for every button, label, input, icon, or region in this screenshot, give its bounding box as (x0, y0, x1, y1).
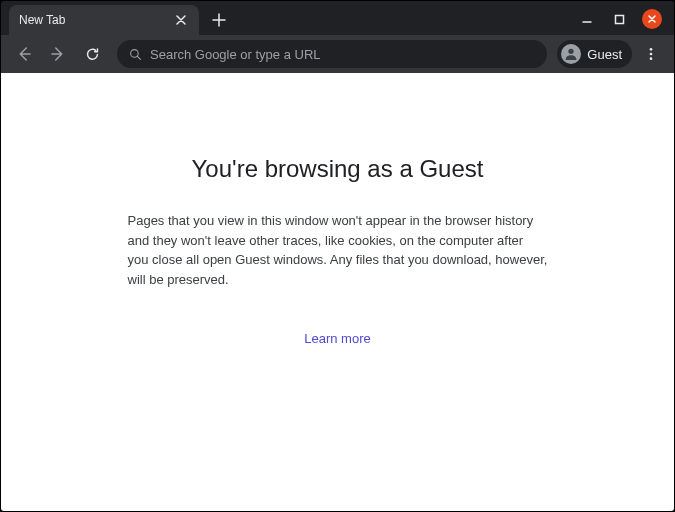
minimize-button[interactable] (578, 10, 596, 28)
close-tab-icon[interactable] (173, 12, 189, 28)
svg-point-4 (650, 53, 653, 56)
reload-button[interactable] (77, 39, 107, 69)
main-menu-button[interactable] (636, 39, 666, 69)
toolbar: Guest (1, 35, 674, 73)
close-window-button[interactable] (642, 9, 662, 29)
browser-window: New Tab (0, 0, 675, 512)
avatar-icon (561, 44, 581, 64)
page-title: You're browsing as a Guest (192, 155, 484, 183)
svg-point-5 (650, 57, 653, 60)
search-icon (129, 48, 142, 61)
tab-title: New Tab (19, 13, 173, 27)
profile-label: Guest (587, 47, 622, 62)
back-button[interactable] (9, 39, 39, 69)
profile-button[interactable]: Guest (557, 40, 632, 68)
omnibox[interactable] (117, 40, 547, 68)
omnibox-input[interactable] (150, 47, 535, 62)
svg-rect-0 (615, 15, 623, 23)
forward-button[interactable] (43, 39, 73, 69)
learn-more-link[interactable]: Learn more (304, 331, 370, 346)
window-controls (578, 9, 674, 35)
new-tab-button[interactable] (205, 6, 233, 34)
svg-point-2 (569, 49, 574, 54)
guest-description: Pages that you view in this window won't… (128, 211, 548, 289)
titlebar: New Tab (1, 1, 674, 35)
tab-new-tab[interactable]: New Tab (9, 5, 199, 35)
maximize-button[interactable] (610, 10, 628, 28)
content-area: You're browsing as a Guest Pages that yo… (1, 73, 674, 511)
svg-point-3 (650, 48, 653, 51)
